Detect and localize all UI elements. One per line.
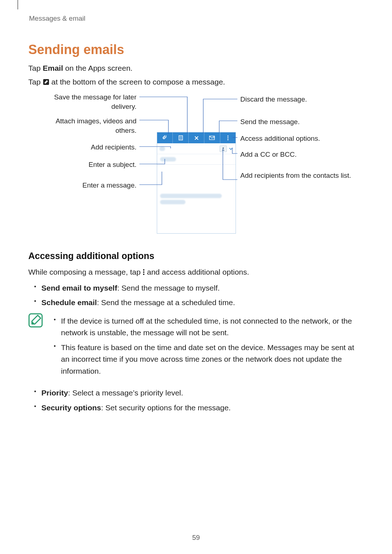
callout-ccbcc: Add a CC or BCC. <box>240 150 356 159</box>
callout-discard: Discard the message. <box>240 95 356 104</box>
attach-button[interactable] <box>157 132 172 143</box>
header-rule <box>17 0 18 9</box>
breadcrumb: Messages & email <box>29 15 364 22</box>
option-priority: Priority: Select a message’s priority le… <box>41 387 364 399</box>
compose-icon <box>43 77 49 89</box>
note-icon <box>28 313 45 329</box>
callout-message: Enter a message. <box>42 181 136 190</box>
text-fragment: and access additional options. <box>147 268 249 276</box>
option-desc: : Send the message to myself. <box>117 284 220 292</box>
text-fragment: While composing a message, tap <box>28 268 143 276</box>
compose-diagram: Save the message for later delivery. Att… <box>28 93 364 238</box>
note-item: If the device is turned off at the sched… <box>61 315 364 339</box>
option-security: Security options: Set security options f… <box>41 402 364 414</box>
option-send-to-self: Send email to myself: Send the message t… <box>41 282 364 294</box>
option-name: Send email to myself <box>41 284 117 292</box>
text-fragment: at the bottom of the screen to compose a… <box>52 78 225 86</box>
option-name: Priority <box>41 389 68 397</box>
text-fragment: on the Apps screen. <box>63 64 132 72</box>
discard-button[interactable] <box>188 132 204 143</box>
subject-label-blurred <box>160 157 176 161</box>
phone-mock <box>157 132 236 234</box>
callout-contacts: Add recipients from the contacts list. <box>240 171 356 180</box>
subject-row[interactable] <box>157 154 236 165</box>
svg-point-11 <box>143 271 144 273</box>
text-fragment: Tap <box>28 78 43 86</box>
option-desc: : Send the message at a scheduled time. <box>97 298 235 307</box>
save-icon <box>179 135 183 140</box>
callout-send: Send the message. <box>240 117 356 127</box>
option-name: Schedule email <box>41 298 97 307</box>
intro-line-1: Tap Email on the Apps screen. <box>28 62 364 74</box>
send-button[interactable] <box>204 132 220 143</box>
more-options-button[interactable] <box>220 132 236 143</box>
recipients-row[interactable] <box>157 143 236 154</box>
more-vert-icon <box>143 267 145 279</box>
svg-point-9 <box>222 147 224 149</box>
text-fragment: Tap <box>28 64 43 72</box>
subsection-heading: Accessing additional options <box>28 251 364 261</box>
note-item: This feature is based on the time and da… <box>61 342 364 377</box>
option-name: Security options <box>41 403 101 412</box>
page-number: 59 <box>0 534 392 542</box>
email-app-name: Email <box>43 64 63 72</box>
paperclip-icon <box>162 135 167 140</box>
subsection-intro: While composing a message, tap and acces… <box>28 266 364 279</box>
option-schedule-email: Schedule email: Send the message at a sc… <box>41 297 364 309</box>
message-body[interactable] <box>157 165 236 194</box>
compose-toolbar <box>157 132 236 143</box>
callout-attach: Attach images, videos and others. <box>42 116 136 135</box>
contact-icon <box>221 147 225 151</box>
callout-recipients: Add recipients. <box>42 143 136 152</box>
callout-subject: Enter a subject. <box>42 160 136 169</box>
svg-point-6 <box>227 135 228 136</box>
svg-point-12 <box>143 274 144 275</box>
note-list: If the device is turned off at the sched… <box>48 312 364 380</box>
intro-line-2: Tap at the bottom of the screen to compo… <box>28 76 364 89</box>
close-icon <box>194 136 199 140</box>
svg-point-8 <box>227 139 228 140</box>
save-draft-button[interactable] <box>172 132 188 143</box>
callout-save: Save the message for later delivery. <box>42 93 136 111</box>
svg-point-7 <box>227 137 228 138</box>
ccbcc-toggle[interactable] <box>228 147 233 151</box>
note-block: If the device is turned off at the sched… <box>28 312 364 384</box>
section-heading: Sending emails <box>28 42 364 57</box>
to-label-blurred <box>159 147 165 151</box>
option-desc: : Set security options for the message. <box>101 403 231 412</box>
callout-options: Access additional options. <box>240 134 356 143</box>
option-desc: : Select a message’s priority level. <box>68 389 183 397</box>
options-list-1: Send email to myself: Send the message t… <box>28 282 364 309</box>
options-list-2: Priority: Select a message’s priority le… <box>28 387 364 414</box>
signature-area <box>157 194 236 207</box>
svg-rect-13 <box>29 314 42 327</box>
more-vert-icon <box>227 135 229 140</box>
manual-page: Messages & email Sending emails Tap Emai… <box>0 0 392 554</box>
chevron-down-icon <box>229 147 233 151</box>
send-mail-icon <box>209 136 215 140</box>
svg-point-10 <box>143 269 144 271</box>
contacts-button[interactable] <box>220 145 227 152</box>
